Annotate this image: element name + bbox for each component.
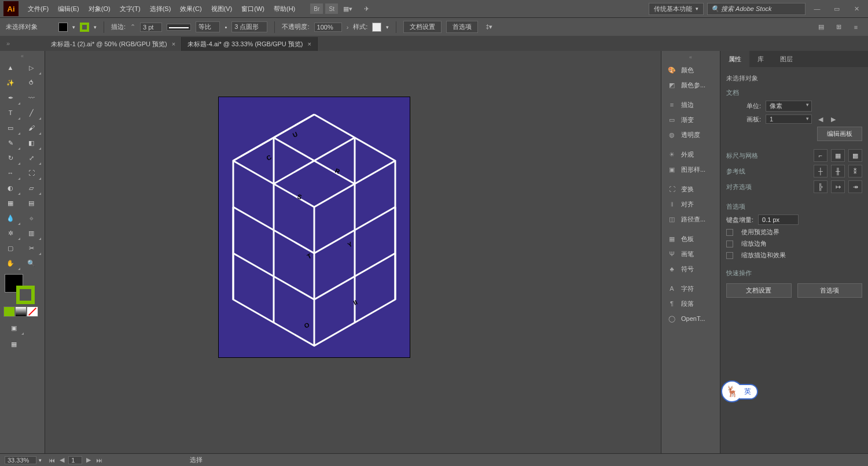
last-artboard-icon[interactable]: ⏭ <box>95 457 103 464</box>
opacity-input[interactable]: 100% <box>314 23 342 32</box>
artboard-nav-input[interactable]: 1 <box>68 456 82 464</box>
dock-swatches[interactable]: ▦色板 <box>661 231 720 246</box>
next-artboard-icon[interactable]: ▶ <box>84 456 93 464</box>
rotate-tool[interactable]: ↻ <box>0 150 21 165</box>
dock-stroke[interactable]: ≡描边 <box>661 97 720 112</box>
tab-close-icon[interactable]: × <box>308 40 311 47</box>
transform-icon[interactable]: ⊞ <box>832 21 845 34</box>
menu-select[interactable]: 选择(S) <box>145 0 176 17</box>
snap-grid-icon[interactable]: ↠ <box>848 180 862 193</box>
qa-doc-setup-button[interactable]: 文档设置 <box>726 283 792 298</box>
direct-selection-tool[interactable]: ▷ <box>21 60 42 75</box>
arrange-docs-icon[interactable]: ▦▾ <box>341 2 354 15</box>
key-inc-input[interactable] <box>758 214 799 225</box>
eraser-tool[interactable]: ◧ <box>21 135 42 150</box>
checkbox[interactable] <box>726 229 733 236</box>
edit-artboard-button[interactable]: 编辑画板 <box>817 127 862 141</box>
menu-edit[interactable]: 编辑(E) <box>53 0 84 17</box>
checkbox[interactable] <box>726 252 733 259</box>
stroke-preview[interactable] <box>167 24 191 31</box>
canvas[interactable]: C U R S T Y O II <box>45 51 661 453</box>
shape-builder-tool[interactable]: ◐ <box>0 180 21 195</box>
stroke-color[interactable] <box>16 286 35 304</box>
artboard[interactable]: C U R S T Y O II <box>219 97 410 357</box>
grid-icon[interactable]: ▦ <box>831 149 845 162</box>
none-mode-icon[interactable] <box>27 306 38 317</box>
checkbox[interactable] <box>726 241 733 247</box>
zoom-tool[interactable]: 🔍 <box>21 256 42 271</box>
minimize-button[interactable]: — <box>809 3 825 14</box>
first-artboard-icon[interactable]: ⏮ <box>47 457 56 464</box>
align-icon[interactable]: ▤ <box>815 21 827 34</box>
dock-transparency[interactable]: ◍透明度 <box>661 127 720 142</box>
ruler-icon[interactable]: ⌐ <box>814 149 827 162</box>
toolbox-collapse-icon[interactable]: « <box>19 53 26 58</box>
ime-indicator[interactable]: 🦌 英 <box>721 380 758 402</box>
stroke-weight-input[interactable]: 3 pt <box>140 23 162 32</box>
artboard-prev-icon[interactable]: ◀ <box>816 116 825 123</box>
mesh-tool[interactable]: ▦ <box>0 195 21 210</box>
fill-stroke-swatches[interactable] <box>5 274 36 305</box>
paintbrush-tool[interactable]: 🖌 <box>21 120 42 135</box>
stroke-profile-dd[interactable]: 等比 <box>196 21 220 32</box>
dock-appearance[interactable]: ☀外观 <box>661 147 720 162</box>
menu-view[interactable]: 视图(V) <box>207 0 237 17</box>
dock-paragraph[interactable]: ¶段落 <box>661 296 720 311</box>
perspective-tool[interactable]: ▱ <box>21 180 42 195</box>
artboard-dropdown[interactable]: 1 <box>766 114 812 124</box>
prev-artboard-icon[interactable]: ◀ <box>58 456 66 464</box>
dock-graphic-styles[interactable]: ▣图形样... <box>661 162 720 177</box>
menu-type[interactable]: 文字(T) <box>115 0 145 17</box>
guides-lock-icon[interactable]: ╫ <box>831 165 845 177</box>
dock-color-guide[interactable]: ◩颜色参... <box>661 77 720 93</box>
search-input[interactable]: 🔍 搜索 Adobe Stock <box>707 3 806 15</box>
dock-opentype[interactable]: ◯OpenT... <box>661 311 720 326</box>
snap-pixel-icon[interactable]: ╠ <box>814 180 827 193</box>
rectangle-tool[interactable]: ▭ <box>0 120 21 135</box>
document-tab[interactable]: 未标题-1 (2).ai* @ 50% (RGB/GPU 预览) × <box>45 37 182 51</box>
dock-color[interactable]: 🎨颜色 <box>661 62 720 77</box>
magic-wand-tool[interactable]: ✨ <box>0 75 21 90</box>
guides-show-icon[interactable]: ┼ <box>814 165 827 177</box>
screen-mode-icon[interactable]: ▣ <box>3 320 24 335</box>
artboard-next-icon[interactable]: ▶ <box>829 116 837 123</box>
gradient-tool[interactable]: ▤ <box>21 195 42 210</box>
eyedropper-tool[interactable]: 💧 <box>0 210 21 225</box>
column-graph-tool[interactable]: ▥ <box>21 225 42 241</box>
tab-overflow-icon[interactable]: » <box>5 36 12 51</box>
blend-tool[interactable]: ⟐ <box>21 210 42 225</box>
menu-file[interactable]: 文件(F) <box>23 0 53 17</box>
shaper-tool[interactable]: ✎ <box>0 135 21 150</box>
snap-point-icon[interactable]: ↦ <box>831 180 845 193</box>
panel-menu-icon[interactable]: ≡ <box>849 21 862 34</box>
dock-character[interactable]: A字符 <box>661 281 720 296</box>
hand-tool[interactable]: ✋ <box>0 256 21 271</box>
edit-toolbar-icon[interactable]: ▦ <box>3 336 24 352</box>
close-button[interactable]: ✕ <box>848 3 865 14</box>
prefs-button[interactable]: 首选项 <box>446 21 478 33</box>
stroke-dash-dd[interactable]: 3 点圆形 <box>231 21 267 32</box>
transparency-grid-icon[interactable]: ▩ <box>848 149 862 162</box>
doc-setup-button[interactable]: 文档设置 <box>403 21 442 33</box>
type-tool[interactable]: T <box>0 105 21 120</box>
stock-icon[interactable]: St <box>325 3 338 14</box>
dock-transform[interactable]: ⛶变换 <box>661 182 720 197</box>
menu-object[interactable]: 对象(O) <box>84 0 115 17</box>
maximize-button[interactable]: ▭ <box>829 3 845 14</box>
gpu-icon[interactable]: ✈ <box>360 2 373 15</box>
fill-swatch[interactable] <box>58 23 68 32</box>
dock-gradient[interactable]: ▭渐变 <box>661 112 720 127</box>
symbol-sprayer-tool[interactable]: ✲ <box>0 225 21 241</box>
dock-collapse-icon[interactable]: « <box>661 54 720 60</box>
document-tab[interactable]: 未标题-4.ai* @ 33.33% (RGB/GPU 预览) × <box>182 37 318 51</box>
tab-properties[interactable]: 属性 <box>720 51 749 67</box>
pen-tool[interactable]: ✒ <box>0 90 21 105</box>
tab-layers[interactable]: 图层 <box>772 51 801 67</box>
dock-brushes[interactable]: Ψ画笔 <box>661 246 720 261</box>
scale-tool[interactable]: ⤢ <box>21 150 42 165</box>
stroke-swatch[interactable] <box>80 23 89 32</box>
artboard-tool[interactable]: ▢ <box>0 241 21 256</box>
menu-window[interactable]: 窗口(W) <box>237 0 269 17</box>
color-mode-icon[interactable] <box>3 306 15 317</box>
line-tool[interactable]: ╱ <box>21 105 42 120</box>
